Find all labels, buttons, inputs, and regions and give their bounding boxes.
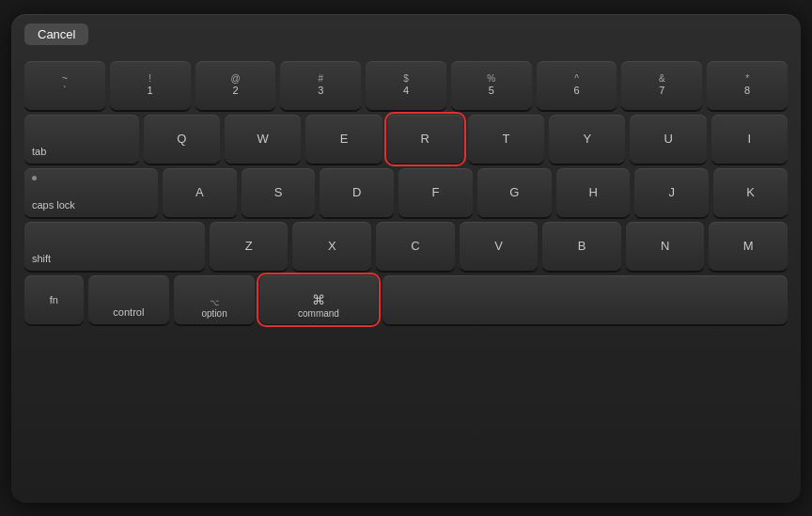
key-q[interactable]: Q (144, 115, 220, 164)
key-w[interactable]: W (225, 115, 301, 164)
key-z[interactable]: Z (210, 222, 289, 271)
key-8[interactable]: * 8 (707, 61, 788, 110)
key-3[interactable]: # 3 (280, 61, 361, 110)
key-s[interactable]: S (242, 168, 316, 217)
option-label: option (201, 308, 226, 319)
zxcv-row: shift Z X C V B N M (24, 222, 788, 271)
key-a[interactable]: A (163, 168, 237, 217)
key-n[interactable]: N (626, 222, 705, 271)
key-v[interactable]: V (460, 222, 539, 271)
qwerty-row: tab Q W E R T Y U I (24, 115, 788, 164)
key-x[interactable]: X (292, 222, 371, 271)
key-i[interactable]: I (711, 115, 788, 164)
key-7[interactable]: & 7 (621, 61, 702, 110)
command-icon: ⌘ (312, 292, 325, 307)
key-capslock[interactable]: caps lock (24, 168, 158, 217)
key-control[interactable]: control (88, 275, 169, 324)
key-4[interactable]: $ 4 (366, 61, 446, 110)
key-k[interactable]: K (713, 168, 788, 217)
key-command[interactable]: ⌘ command (259, 275, 377, 324)
key-g[interactable]: G (477, 168, 552, 217)
key-fn[interactable]: fn (24, 275, 84, 324)
key-b[interactable]: B (542, 222, 621, 271)
key-option[interactable]: ⌥ option (174, 275, 255, 324)
caps-lock-indicator (32, 176, 37, 180)
key-f[interactable]: F (398, 168, 473, 217)
key-y[interactable]: Y (549, 115, 625, 164)
key-5[interactable]: % 5 (451, 61, 532, 110)
option-icon: ⌥ (210, 298, 219, 307)
key-e[interactable]: E (305, 115, 382, 164)
key-u[interactable]: U (630, 115, 706, 164)
keyboard-body: ~ ` ! 1 @ 2 # 3 $ 4 % 5 (24, 61, 788, 324)
key-t[interactable]: T (468, 115, 544, 164)
key-1[interactable]: ! 1 (110, 61, 191, 110)
key-j[interactable]: J (634, 168, 709, 217)
key-tilde[interactable]: ~ ` (24, 61, 105, 110)
number-row: ~ ` ! 1 @ 2 # 3 $ 4 % 5 (24, 61, 788, 110)
key-r[interactable]: R (387, 115, 463, 164)
keyboard-container: Cancel ~ ` ! 1 @ 2 # 3 $ 4 (11, 14, 801, 503)
bottom-row: fn control ⌥ option ⌘ command (24, 275, 788, 324)
key-2[interactable]: @ 2 (195, 61, 276, 110)
key-6[interactable]: ^ 6 (537, 61, 617, 110)
key-m[interactable]: M (709, 222, 788, 271)
command-label: command (298, 308, 339, 319)
key-tab[interactable]: tab (24, 115, 139, 164)
key-c[interactable]: C (376, 222, 455, 271)
asdf-row: caps lock A S D F G H J K (24, 168, 788, 217)
key-h[interactable]: H (556, 168, 631, 217)
cancel-button[interactable]: Cancel (24, 23, 88, 45)
key-d[interactable]: D (320, 168, 394, 217)
key-shift[interactable]: shift (24, 222, 205, 271)
key-space[interactable] (383, 275, 788, 324)
